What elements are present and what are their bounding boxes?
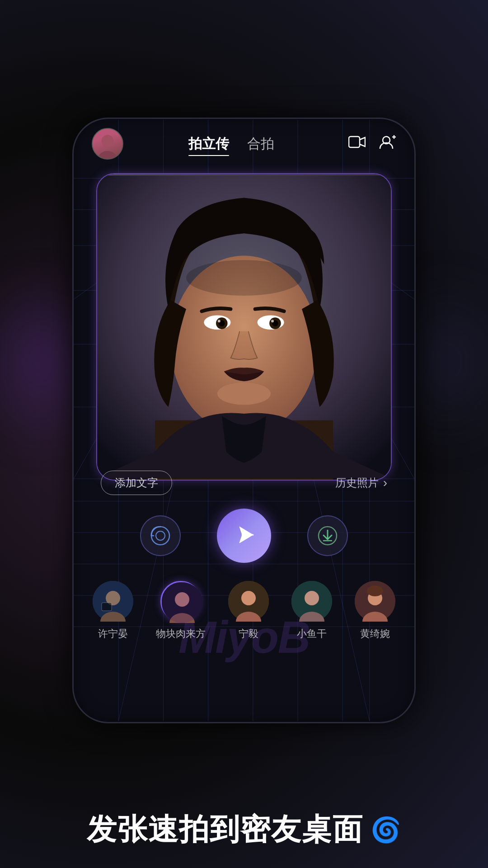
- svg-point-43: [271, 320, 274, 322]
- camera-flip-button[interactable]: [140, 515, 181, 556]
- svg-rect-27: [349, 137, 360, 147]
- friend-name-2: 物块肉来方: [156, 627, 206, 641]
- send-icon: [230, 522, 258, 549]
- svg-point-56: [162, 582, 202, 623]
- video-icon[interactable]: [348, 134, 366, 153]
- friend-avatar-1: [93, 581, 133, 622]
- nav-icons: [348, 134, 396, 153]
- svg-point-35: [186, 260, 302, 296]
- svg-point-44: [217, 382, 271, 405]
- add-person-icon[interactable]: [379, 134, 396, 153]
- svg-point-25: [102, 135, 113, 146]
- tab-pahchuang[interactable]: 拍立传: [188, 135, 229, 153]
- headline-text: 发张速拍到密友桌面 🌀: [0, 809, 488, 850]
- svg-point-66: [367, 585, 383, 596]
- friend-avatar-2: [160, 581, 201, 622]
- friend-face-2: [162, 582, 202, 623]
- user-avatar[interactable]: [92, 128, 123, 160]
- friend-face-1: [93, 581, 133, 622]
- svg-point-46: [156, 531, 165, 540]
- friend-face-5: [355, 581, 395, 622]
- svg-point-42: [218, 320, 221, 322]
- camera-viewfinder[interactable]: [96, 173, 392, 481]
- friend-item-xunyan[interactable]: 许宁晏: [93, 581, 133, 641]
- subject-face: [97, 174, 391, 480]
- friend-avatar-4: [291, 581, 332, 622]
- camera-flip-icon: [148, 524, 173, 548]
- camera-preview: [97, 174, 391, 480]
- history-photos-link[interactable]: 历史照片 ›: [335, 476, 387, 490]
- svg-point-61: [305, 591, 319, 605]
- phone-frame: 拍立传 合拍: [72, 118, 416, 723]
- friend-item-huangqiwan[interactable]: 黄绮婉: [355, 581, 395, 641]
- friend-name-1: 许宁晏: [98, 627, 128, 641]
- tab-hepai[interactable]: 合拍: [247, 135, 274, 153]
- friend-face-4: [291, 581, 332, 622]
- history-chevron: ›: [383, 476, 387, 490]
- action-buttons-row: [74, 509, 414, 563]
- download-icon: [315, 524, 340, 548]
- friend-name-5: 黄绮婉: [360, 627, 390, 641]
- svg-point-26: [98, 151, 117, 159]
- add-text-button[interactable]: 添加文字: [101, 471, 172, 495]
- friend-avatar-5: [355, 581, 395, 622]
- friend-item-xiaoyugan[interactable]: 小鱼干: [291, 581, 332, 641]
- friend-name-4: 小鱼干: [297, 627, 327, 641]
- friend-item-ningyi[interactable]: 宁毅: [228, 581, 269, 641]
- friends-row: 许宁晏 物块肉来方: [74, 581, 414, 641]
- headline-label: 发张速拍到密友桌面: [87, 809, 363, 850]
- friend-avatar-3: [228, 581, 269, 622]
- top-bar: 拍立传 合拍: [74, 119, 414, 169]
- friend-name-3: 宁毅: [239, 627, 258, 641]
- friend-item-wukuai[interactable]: 物块肉来方: [156, 581, 206, 641]
- controls-area: 添加文字 历史照片 ›: [74, 471, 414, 641]
- send-button[interactable]: [217, 509, 271, 563]
- svg-point-58: [241, 591, 256, 605]
- friend-face-3: [228, 581, 269, 622]
- history-label: 历史照片: [335, 476, 379, 490]
- nav-tabs: 拍立传 合拍: [188, 135, 274, 153]
- text-controls-row: 添加文字 历史照片 ›: [74, 471, 414, 495]
- download-button[interactable]: [307, 515, 348, 556]
- headline-emoji: 🌀: [371, 816, 402, 844]
- svg-rect-52: [102, 603, 112, 611]
- avatar-image: [93, 129, 122, 159]
